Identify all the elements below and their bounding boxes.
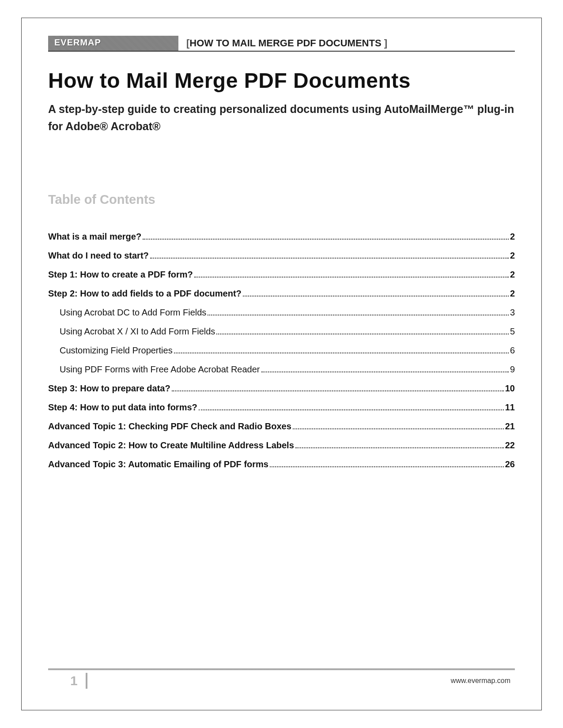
header-title-text: HOW TO MAIL MERGE PDF DOCUMENTS <box>189 38 384 49</box>
toc-dots <box>261 372 509 372</box>
toc-entry-page: 11 <box>505 402 515 413</box>
toc-entry-page: 3 <box>510 308 515 318</box>
toc-entry-page: 2 <box>510 289 515 299</box>
toc-dots <box>174 353 509 353</box>
page-content: EVERMAP [HOW TO MAIL MERGE PDF DOCUMENTS… <box>22 18 541 469</box>
bracket-close: ] <box>384 38 387 49</box>
toc-entry-page: 10 <box>505 383 515 394</box>
toc-entry-page: 9 <box>510 364 515 375</box>
toc-entry[interactable]: Step 2: How to add fields to a PDF docum… <box>48 289 515 299</box>
toc-list: What is a mail merge?2What do I need to … <box>48 232 515 469</box>
toc-entry[interactable]: What do I need to start? 2 <box>48 251 515 261</box>
footer-divider <box>48 668 515 670</box>
toc-entry-text: Step 2: How to add fields to a PDF docum… <box>48 289 242 299</box>
toc-dots <box>194 277 509 278</box>
toc-entry-text: Using Acrobat DC to Add Form Fields <box>60 308 206 318</box>
toc-entry[interactable]: Step 4: How to put data into forms? 11 <box>48 402 515 413</box>
header-title: [HOW TO MAIL MERGE PDF DOCUMENTS ] <box>178 36 387 51</box>
toc-entry[interactable]: Using Acrobat X / XI to Add Form Fields5 <box>48 326 515 337</box>
toc-entry[interactable]: Step 3: How to prepare data?10 <box>48 383 515 394</box>
document-subtitle: A step-by-step guide to creating persona… <box>48 101 515 135</box>
toc-entry-text: What is a mail merge? <box>48 232 141 242</box>
toc-entry-text: Step 3: How to prepare data? <box>48 383 170 394</box>
toc-dots <box>199 409 504 410</box>
brand-label: EVERMAP <box>48 36 178 51</box>
toc-entry-page: 5 <box>510 326 515 337</box>
toc-entry[interactable]: Advanced Topic 2: How to Create Multilin… <box>48 440 515 450</box>
toc-dots <box>172 390 504 391</box>
toc-entry-text: Step 1: How to create a PDF form? <box>48 270 193 280</box>
footer-row: 1 www.evermap.com <box>48 673 515 689</box>
toc-dots <box>150 258 509 259</box>
toc-dots <box>208 315 509 315</box>
toc-entry[interactable]: Using Acrobat DC to Add Form Fields3 <box>48 308 515 318</box>
toc-dots <box>270 466 504 467</box>
toc-entry[interactable]: Customizing Field Properties 6 <box>48 345 515 356</box>
toc-entry-text: Using Acrobat X / XI to Add Form Fields <box>60 326 215 337</box>
toc-entry-page: 22 <box>505 440 515 450</box>
toc-entry-text: What do I need to start? <box>48 251 149 261</box>
header-row: EVERMAP [HOW TO MAIL MERGE PDF DOCUMENTS… <box>48 36 515 52</box>
toc-dots <box>243 296 509 296</box>
toc-entry-text: Using PDF Forms with Free Adobe Acrobat … <box>60 364 260 375</box>
toc-dots <box>143 239 509 240</box>
page-number: 1 <box>48 673 87 689</box>
footer: 1 www.evermap.com <box>48 668 515 689</box>
toc-entry[interactable]: Advanced Topic 3: Automatic Emailing of … <box>48 459 515 469</box>
page-border: EVERMAP [HOW TO MAIL MERGE PDF DOCUMENTS… <box>21 18 542 710</box>
toc-entry-text: Advanced Topic 1: Checking PDF Check and… <box>48 421 291 432</box>
toc-entry-text: Customizing Field Properties <box>60 345 173 356</box>
toc-entry-text: Advanced Topic 3: Automatic Emailing of … <box>48 459 268 469</box>
toc-entry[interactable]: Using PDF Forms with Free Adobe Acrobat … <box>48 364 515 375</box>
toc-dots <box>293 428 504 429</box>
toc-entry-page: 26 <box>505 459 515 469</box>
toc-entry-page: 6 <box>510 345 515 356</box>
toc-entry-page: 21 <box>505 421 515 432</box>
toc-entry-text: Advanced Topic 2: How to Create Multilin… <box>48 440 294 450</box>
toc-entry[interactable]: Step 1: How to create a PDF form? 2 <box>48 270 515 280</box>
toc-dots <box>216 334 509 334</box>
toc-dots <box>295 447 504 448</box>
toc-entry[interactable]: Advanced Topic 1: Checking PDF Check and… <box>48 421 515 432</box>
footer-url: www.evermap.com <box>451 677 515 685</box>
toc-entry-page: 2 <box>510 232 515 242</box>
toc-entry-page: 2 <box>510 251 515 261</box>
toc-heading: Table of Contents <box>48 192 515 207</box>
toc-entry-page: 2 <box>510 270 515 280</box>
document-title: How to Mail Merge PDF Documents <box>48 68 515 93</box>
toc-entry-text: Step 4: How to put data into forms? <box>48 402 197 413</box>
toc-entry[interactable]: What is a mail merge?2 <box>48 232 515 242</box>
